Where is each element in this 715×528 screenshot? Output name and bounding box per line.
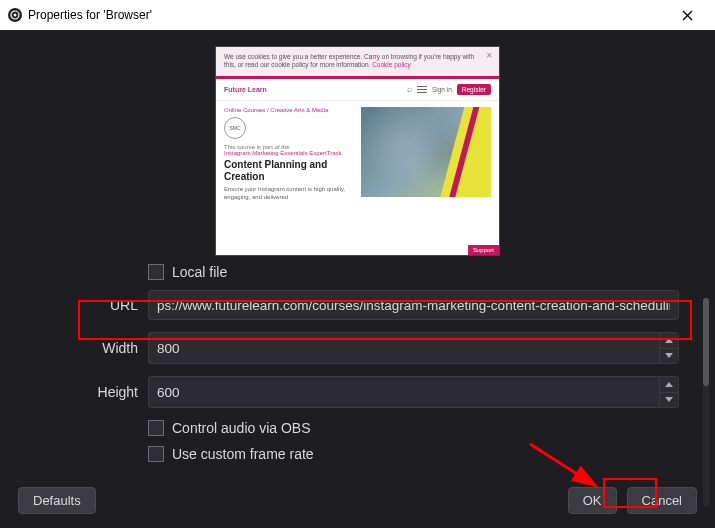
height-label: Height bbox=[88, 384, 138, 400]
course-heading: Content Planning and Creation bbox=[224, 159, 355, 183]
local-file-label: Local file bbox=[172, 264, 227, 280]
ok-button[interactable]: OK bbox=[568, 487, 617, 514]
svg-point-1 bbox=[14, 14, 17, 17]
width-input[interactable] bbox=[148, 332, 659, 364]
window-title: Properties for 'Browser' bbox=[28, 8, 152, 22]
course-badge-icon: SMC bbox=[224, 117, 246, 139]
cookie-text: We use cookies to give you a better expe… bbox=[224, 53, 474, 68]
width-step-down[interactable] bbox=[660, 349, 678, 364]
height-step-down[interactable] bbox=[660, 393, 678, 408]
signin-link: Sign in bbox=[432, 86, 452, 93]
local-file-checkbox[interactable] bbox=[148, 264, 164, 280]
support-badge: Support bbox=[468, 245, 499, 255]
control-audio-checkbox[interactable] bbox=[148, 420, 164, 436]
url-label: URL bbox=[88, 297, 138, 313]
height-input[interactable] bbox=[148, 376, 659, 408]
cancel-button[interactable]: Cancel bbox=[627, 487, 697, 514]
custom-framerate-label: Use custom frame rate bbox=[172, 446, 314, 462]
hero-image bbox=[361, 107, 491, 197]
defaults-button[interactable]: Defaults bbox=[18, 487, 96, 514]
url-input[interactable] bbox=[148, 290, 679, 320]
browser-preview: We use cookies to give you a better expe… bbox=[215, 46, 500, 256]
width-step-up[interactable] bbox=[660, 333, 678, 349]
scrollbar-thumb[interactable] bbox=[703, 298, 709, 386]
site-logo: Future Learn bbox=[224, 86, 267, 93]
menu-icon bbox=[417, 86, 427, 94]
close-button[interactable] bbox=[667, 0, 707, 30]
custom-framerate-checkbox[interactable] bbox=[148, 446, 164, 462]
track-link: Instagram Marketing Essentials ExpertTra… bbox=[224, 150, 355, 156]
properties-scrollbar[interactable] bbox=[703, 298, 709, 506]
register-button: Register bbox=[457, 84, 491, 95]
width-label: Width bbox=[88, 340, 138, 356]
cookie-close-icon: ✕ bbox=[486, 51, 493, 61]
search-icon: ⌕ bbox=[407, 84, 412, 94]
height-step-up[interactable] bbox=[660, 377, 678, 393]
course-desc: Ensure your Instagram content is high qu… bbox=[224, 186, 355, 202]
cookie-policy-link: Cookie policy bbox=[372, 61, 411, 68]
app-icon bbox=[8, 8, 22, 22]
control-audio-label: Control audio via OBS bbox=[172, 420, 311, 436]
breadcrumb: Online Courses / Creative Arts & Media bbox=[224, 107, 355, 113]
titlebar: Properties for 'Browser' bbox=[0, 0, 715, 30]
